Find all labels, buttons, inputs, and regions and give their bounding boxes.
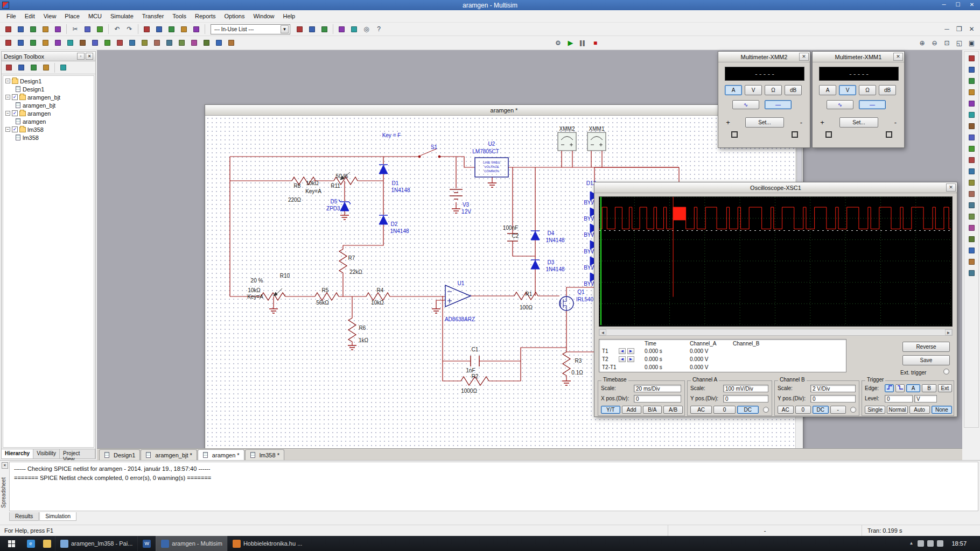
logic-converter-icon[interactable] <box>966 155 977 165</box>
place-cmos-icon[interactable] <box>77 38 88 48</box>
spectrum-analyzer-icon[interactable] <box>966 189 977 199</box>
tree-expand-icon[interactable]: − <box>5 127 10 132</box>
spreadsheet-tab-simulation[interactable]: Simulation <box>39 512 76 521</box>
close-icon[interactable]: ✕ <box>965 0 979 10</box>
scroll-left-icon[interactable]: ◄ <box>599 329 606 335</box>
play-icon[interactable]: ▶ <box>565 38 576 48</box>
menu-file[interactable]: File <box>2 11 20 21</box>
place-indicator-icon[interactable] <box>114 38 125 48</box>
minimize-child-icon[interactable]: ─ <box>941 24 953 34</box>
mode-ω-button[interactable]: Ω <box>859 85 876 95</box>
falling-edge-button[interactable] <box>895 384 905 392</box>
multimeter-icon[interactable] <box>966 53 977 63</box>
place-electromechanical-icon[interactable] <box>176 38 187 48</box>
toolbox-tab-project-view[interactable]: Project View <box>60 449 95 458</box>
toolbox-tab-hierarchy[interactable]: Hierarchy <box>2 449 33 458</box>
channel-a-radio[interactable] <box>763 407 769 413</box>
sheet-tab-aramgen_bjt[interactable]: aramgen_bjt * <box>141 449 197 460</box>
cursor-right-icon[interactable]: ► <box>627 356 634 362</box>
current-clamp-icon[interactable] <box>966 268 977 278</box>
tree-item-aramgen_bjt[interactable]: aramgen_bjt <box>3 101 94 109</box>
zoom-out-icon[interactable]: ⊖ <box>929 38 940 48</box>
channel-b--button[interactable]: - <box>830 406 846 414</box>
tree-checkbox-icon[interactable]: ✓ <box>12 110 18 116</box>
ext-trigger-radio[interactable] <box>943 369 949 375</box>
trigger-auto-button[interactable]: Auto <box>909 406 930 414</box>
volume-icon[interactable] <box>937 540 943 547</box>
word-generator-icon[interactable] <box>966 132 977 143</box>
restore-child-icon[interactable]: ❐ <box>954 24 965 34</box>
agilent-function-generator-icon[interactable] <box>966 211 977 222</box>
distortion-analyzer-icon[interactable] <box>966 178 977 188</box>
trigger-none-button[interactable]: None <box>932 406 952 414</box>
place-ncs-icon[interactable] <box>188 38 200 48</box>
mode-a-button[interactable]: A <box>819 85 836 95</box>
timebase-add-button[interactable]: Add <box>622 406 641 414</box>
timebase-ba-button[interactable]: B/A <box>643 406 662 414</box>
timebase-yt-button[interactable]: Y/T <box>601 406 620 414</box>
simulate-settings-icon[interactable]: ⚙ <box>552 38 564 48</box>
place-hierarchical-icon[interactable] <box>213 38 225 48</box>
tree-item-aramgen[interactable]: aramgen <box>3 117 94 125</box>
schematic-titlebar[interactable]: aramgen * ─ ❐ ✕ <box>205 105 803 116</box>
power-icon[interactable] <box>918 540 924 547</box>
reverse-button[interactable]: Reverse <box>902 342 950 352</box>
set-button[interactable]: Set... <box>745 117 784 128</box>
negative-terminal[interactable] <box>792 131 798 138</box>
print-icon[interactable] <box>40 24 51 34</box>
taskbar-app-word[interactable]: W <box>137 536 156 551</box>
multimeter-titlebar[interactable]: Multimeter-XMM1✕ <box>813 52 904 62</box>
cursor-left-icon[interactable]: ◄ <box>619 356 626 362</box>
menu-transfer[interactable]: Transfer <box>138 11 169 21</box>
tree-item-lm358[interactable]: lm358 <box>3 133 94 142</box>
spreadsheet-tab-results[interactable]: Results <box>9 512 39 521</box>
logic-analyzer-icon[interactable] <box>966 144 977 154</box>
chevron-down-icon[interactable]: ▼ <box>281 25 289 33</box>
close-icon[interactable]: ✕ <box>946 183 956 192</box>
start-button[interactable] <box>0 536 23 551</box>
positive-terminal[interactable] <box>731 131 738 138</box>
positive-terminal[interactable] <box>825 131 832 138</box>
pause-icon[interactable]: ▌▌ <box>577 38 589 48</box>
menu-tools[interactable]: Tools <box>168 11 191 21</box>
internet-explorer-icon[interactable]: e <box>23 536 39 551</box>
tree-item-aramgen_bjt[interactable]: −✓aramgen_bjt <box>3 93 94 101</box>
help-icon[interactable]: ? <box>373 24 384 34</box>
four-channel-oscilloscope-icon[interactable] <box>966 98 977 109</box>
scroll-right-icon[interactable]: ► <box>945 329 952 335</box>
sheet-tab-Design1[interactable]: Design1 <box>99 449 140 460</box>
save-button[interactable]: Save <box>902 355 950 365</box>
mode-a-button[interactable]: A <box>725 85 742 95</box>
cut-icon[interactable]: ✂ <box>69 24 81 34</box>
mode-ω-button[interactable]: Ω <box>765 85 782 95</box>
print-preview-icon[interactable] <box>52 24 64 34</box>
timebase-ab-button[interactable]: A/B <box>663 406 683 414</box>
taskbar-app-multisim[interactable]: aramgen - Multisim <box>156 536 227 551</box>
stop-icon[interactable]: ■ <box>590 38 601 48</box>
channel-a-ypos-field[interactable]: 0 <box>723 395 768 402</box>
ac-signal-button[interactable]: ∿ <box>732 100 759 109</box>
minimize-icon[interactable]: ─ <box>937 0 951 10</box>
dock-icon[interactable]: ▫ <box>77 53 85 60</box>
negative-terminal[interactable] <box>886 131 892 138</box>
channel-a-0-button[interactable]: 0 <box>713 406 735 414</box>
open-file-icon[interactable] <box>15 24 26 34</box>
network-icon[interactable] <box>927 540 934 547</box>
oscilloscope-icon[interactable] <box>966 87 977 97</box>
agilent-multimeter-icon[interactable] <box>966 223 977 233</box>
close-icon[interactable]: ✕ <box>86 53 93 60</box>
save-icon[interactable] <box>27 24 39 34</box>
channel-b-ypos-field[interactable]: 0 <box>810 395 856 402</box>
channel-b-scale-field[interactable]: 2 V/Div <box>810 385 856 392</box>
trigger-level-unit-field[interactable]: V <box>914 395 937 402</box>
cursor-left-icon[interactable]: ◄ <box>619 348 626 354</box>
place-ttl-icon[interactable] <box>65 38 76 48</box>
design-toolbox-titlebar[interactable]: Design Toolbox ▫ ✕ <box>2 52 95 61</box>
close-child-icon[interactable]: ✕ <box>966 24 977 34</box>
place-mixed-icon[interactable] <box>102 38 113 48</box>
new-schematic-icon[interactable] <box>3 62 15 73</box>
tree-checkbox-icon[interactable]: ✓ <box>12 94 18 100</box>
network-analyzer-icon[interactable] <box>966 200 977 210</box>
trigger-source-b-button[interactable]: B <box>922 384 936 392</box>
tray-expand-icon[interactable]: ▲ <box>908 540 914 547</box>
